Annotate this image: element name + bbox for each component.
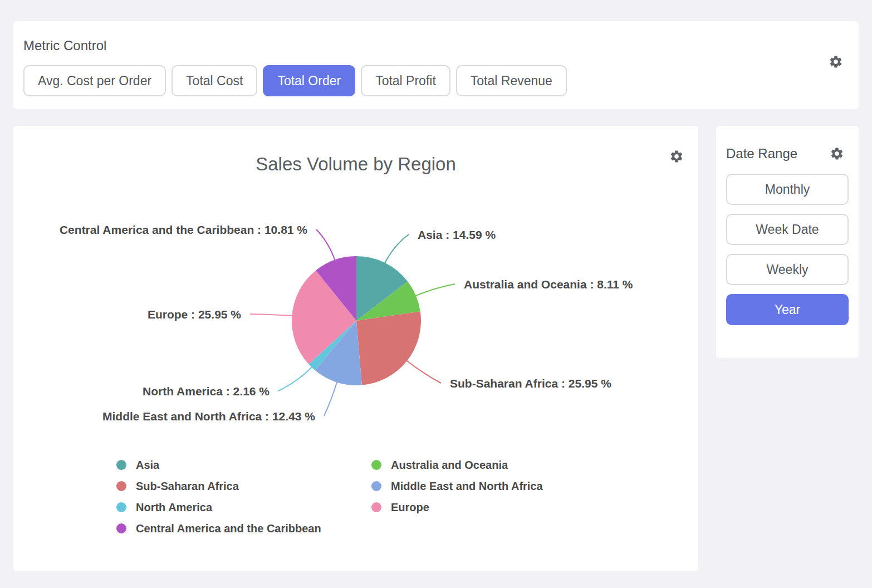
leader-line-middle-east-and-north-africa: [324, 381, 337, 416]
metric-button-total-revenue[interactable]: Total Revenue: [456, 65, 567, 96]
gear-icon[interactable]: [830, 146, 844, 161]
legend-item-asia[interactable]: Asia: [116, 459, 371, 471]
leader-line-australia-and-oceania: [414, 284, 455, 296]
dashboard-page: Metric Control Avg. Cost per OrderTotal …: [0, 0, 872, 588]
pie-label-australia-and-oceania: Australia and Oceania : 8.11 %: [464, 278, 633, 291]
metric-control-title: Metric Control: [23, 38, 844, 53]
legend-dot-icon: [116, 502, 126, 512]
legend-label: North America: [136, 501, 212, 513]
date-range-panel: Date Range MonthlyWeek DateWeeklyYear: [716, 126, 859, 358]
metric-control-panel: Metric Control Avg. Cost per OrderTotal …: [13, 21, 859, 109]
legend-dot-icon: [371, 502, 381, 512]
pie-label-asia: Asia : 14.59 %: [418, 228, 496, 241]
leader-line-north-america: [278, 366, 313, 391]
legend-dot-icon: [116, 523, 126, 533]
legend-dot-icon: [116, 460, 126, 470]
metric-button-group: Avg. Cost per OrderTotal CostTotal Order…: [23, 65, 844, 96]
pie-label-sub-saharan-africa: Sub-Saharan Africa : 25.95 %: [450, 377, 611, 390]
pie-label-middle-east-and-north-africa: Middle East and North Africa : 12.43 %: [102, 410, 315, 423]
legend-item-central-america-and-the-caribbean[interactable]: Central America and the Caribbean: [116, 522, 371, 535]
metric-button-total-cost[interactable]: Total Cost: [172, 65, 257, 96]
date-range-button-group: MonthlyWeek DateWeeklyYear: [726, 174, 849, 325]
legend-dot-icon: [371, 481, 381, 491]
legend-label: Australia and Oceania: [391, 459, 508, 471]
leader-line-sub-saharan-africa: [406, 360, 442, 383]
date-range-button-week-date[interactable]: Week Date: [726, 214, 849, 245]
legend-item-north-america[interactable]: North America: [116, 501, 371, 513]
metric-button-avg-cost-per-order[interactable]: Avg. Cost per Order: [23, 65, 166, 96]
date-range-button-year[interactable]: Year: [726, 294, 849, 325]
pie-label-central-america-and-the-caribbean: Central America and the Caribbean : 10.8…: [60, 223, 307, 236]
gear-icon[interactable]: [669, 149, 684, 164]
legend-label: Europe: [391, 501, 429, 513]
chart-legend: AsiaAustralia and OceaniaSub-Saharan Afr…: [116, 459, 543, 535]
leader-line-central-america-and-the-caribbean: [316, 229, 335, 262]
date-range-title: Date Range: [726, 146, 797, 161]
metric-button-total-profit[interactable]: Total Profit: [361, 65, 450, 96]
pie-slice-sub-saharan-africa[interactable]: [356, 311, 421, 385]
legend-item-middle-east-and-north-africa[interactable]: Middle East and North Africa: [371, 480, 543, 492]
legend-label: Middle East and North Africa: [391, 480, 543, 492]
pie-label-europe: Europe : 25.95 %: [148, 308, 241, 321]
legend-item-europe[interactable]: Europe: [371, 501, 543, 513]
legend-dot-icon: [116, 481, 126, 491]
legend-item-sub-saharan-africa[interactable]: Sub-Saharan Africa: [116, 480, 371, 492]
leader-line-europe: [250, 314, 293, 316]
legend-label: Asia: [136, 459, 159, 471]
date-range-button-monthly[interactable]: Monthly: [726, 174, 849, 205]
gear-icon[interactable]: [829, 55, 843, 69]
leader-line-asia: [384, 234, 409, 264]
pie-label-north-america: North America : 2.16 %: [143, 385, 270, 398]
chart-title: Sales Volume by Region: [13, 126, 698, 175]
legend-dot-icon: [371, 460, 381, 470]
date-range-button-weekly[interactable]: Weekly: [726, 254, 849, 285]
legend-label: Sub-Saharan Africa: [136, 480, 239, 492]
metric-button-total-order[interactable]: Total Order: [263, 65, 355, 96]
sales-volume-panel: Sales Volume by Region Asia : 14.59 %Aus…: [13, 126, 698, 571]
legend-item-australia-and-oceania[interactable]: Australia and Oceania: [371, 459, 543, 471]
legend-label: Central America and the Caribbean: [136, 522, 321, 535]
